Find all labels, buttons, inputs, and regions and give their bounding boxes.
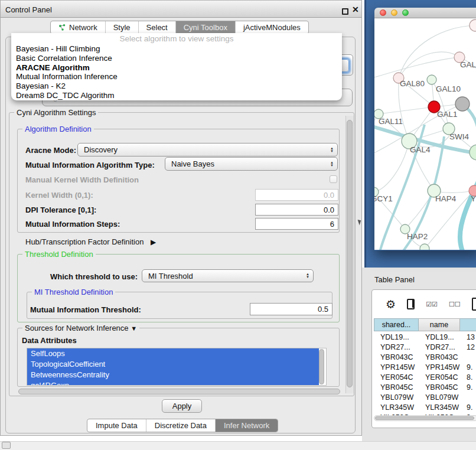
threshold-definition-title: Threshold Definition bbox=[22, 250, 96, 259]
data-attributes-list[interactable]: SelfLoops TopologicalCoefficient Between… bbox=[27, 348, 327, 386]
data-attributes-label: Data Attributes bbox=[22, 336, 77, 345]
cell bbox=[460, 353, 476, 361]
control-panel-titlebar[interactable]: Control Panel ✕ bbox=[1, 0, 361, 18]
cell: 8. bbox=[460, 373, 476, 381]
table-hscrollbar-thumb[interactable] bbox=[375, 416, 474, 420]
gear-icon[interactable]: ⚙ bbox=[386, 299, 396, 310]
attributes-scrollbar-thumb[interactable] bbox=[319, 349, 324, 384]
node-label: GAL80 bbox=[400, 79, 425, 88]
cell: YBR045C bbox=[419, 383, 460, 392]
tab-cyni-toolbox[interactable]: Cyni Toolbox bbox=[176, 21, 236, 34]
close-traffic-icon[interactable] bbox=[380, 9, 386, 16]
network-icon bbox=[58, 24, 66, 31]
mi-threshold-label: Mutual Information Threshold: bbox=[30, 305, 141, 314]
dpi-tolerance-field[interactable]: 0.0 bbox=[255, 204, 338, 216]
algorithm-definition-title: Algorithm Definition bbox=[22, 125, 94, 133]
algorithm-option[interactable]: Bayesian - Hill Climbing bbox=[11, 44, 342, 54]
tab-network[interactable]: Network bbox=[51, 21, 106, 34]
combo-stepper-icon: ▲▼ bbox=[327, 147, 337, 153]
cyni-settings-group-title: Cyni Algorithm Settings bbox=[14, 108, 98, 117]
unchecked-boxes-icon[interactable]: ☐☐ bbox=[449, 301, 461, 308]
node-label: GAL10 bbox=[436, 84, 461, 93]
expand-right-icon: ▶ bbox=[146, 238, 156, 246]
columns-icon[interactable] bbox=[407, 299, 415, 309]
cell: 12 bbox=[460, 343, 476, 351]
sources-title-text: Sources for Network Inference bbox=[25, 324, 129, 332]
column-header-partial[interactable] bbox=[460, 318, 476, 331]
cell: YLR345W bbox=[419, 403, 460, 412]
column-header-name[interactable]: name bbox=[419, 318, 460, 331]
table-row[interactable]: YDR27...YDR27...12 bbox=[374, 343, 476, 351]
control-panel-tabbar: Network Style Select Cyni Toolbox jActiv… bbox=[50, 21, 309, 34]
node-label: HAP4 bbox=[435, 194, 456, 203]
cell: YDL19... bbox=[419, 333, 460, 341]
manual-kernel-label: Manual Kernel Width Definition bbox=[25, 175, 139, 184]
sources-group-title[interactable]: Sources for Network Inference ▼ bbox=[22, 324, 139, 332]
cell: YPR145W bbox=[374, 363, 419, 371]
network-canvas[interactable]: GAL GAL80 GAL10 GAL1 GAL11 SWI4 GAL4 GCY… bbox=[374, 18, 476, 250]
network-view-window[interactable]: GAL GAL80 GAL10 GAL1 GAL11 SWI4 GAL4 GCY… bbox=[374, 8, 476, 250]
apply-button[interactable]: Apply bbox=[162, 399, 202, 413]
checked-boxes-icon[interactable]: ☑☑ bbox=[426, 301, 438, 308]
algorithm-option-selected[interactable]: ARACNE Algorithm bbox=[11, 63, 342, 73]
cell: YER054C bbox=[419, 373, 460, 381]
mi-threshold-field[interactable]: 0.5 bbox=[250, 303, 332, 315]
column-header-shared[interactable]: shared... bbox=[374, 318, 419, 331]
algorithm-option[interactable]: Bayesian - K2 bbox=[11, 81, 342, 91]
table-row[interactable]: YDL19...YDL19...13 bbox=[374, 333, 476, 341]
minimize-traffic-icon[interactable] bbox=[391, 9, 397, 16]
table-row[interactable]: YBR043CYBR043C bbox=[374, 353, 476, 361]
tab-infer-network[interactable]: Infer Network bbox=[216, 419, 278, 432]
bottom-strip bbox=[0, 441, 476, 450]
cell: 13 bbox=[460, 333, 476, 341]
cell: YDR27... bbox=[419, 343, 460, 351]
aracne-mode-value: Discovery bbox=[78, 145, 327, 154]
cell: 9. bbox=[460, 383, 476, 392]
tab-style[interactable]: Style bbox=[106, 21, 139, 34]
algorithm-option[interactable]: Mutual Information Inference bbox=[11, 72, 342, 81]
control-panel-title: Control Panel bbox=[5, 5, 52, 14]
mi-type-value: Naive Bayes bbox=[165, 159, 327, 168]
table-row[interactable]: YLR345WYLR345W9. bbox=[374, 403, 476, 412]
which-threshold-combobox[interactable]: MI Threshold ▲▼ bbox=[142, 269, 314, 282]
mi-type-combobox[interactable]: Naive Bayes ▲▼ bbox=[165, 157, 338, 171]
tab-jactivemnodules[interactable]: jActiveMNodules bbox=[236, 21, 308, 34]
mi-steps-field[interactable]: 6 bbox=[255, 218, 338, 230]
tab-impute-data-label: Impute Data bbox=[96, 421, 138, 430]
aracne-mode-combobox[interactable]: Discovery ▲▼ bbox=[77, 143, 338, 156]
kernel-width-field[interactable]: 0.0 bbox=[255, 189, 338, 201]
attribute-item-selected[interactable]: SelfLoops bbox=[27, 348, 319, 359]
tab-select[interactable]: Select bbox=[139, 21, 176, 34]
tab-infer-network-label: Infer Network bbox=[224, 421, 269, 430]
float-window-icon[interactable] bbox=[342, 8, 348, 15]
manual-kernel-checkbox[interactable] bbox=[330, 175, 337, 183]
tab-style-label: Style bbox=[113, 23, 131, 32]
attribute-item-selected[interactable]: BetweennessCentrality bbox=[27, 370, 319, 380]
cell: YPR145W bbox=[419, 363, 460, 371]
zoom-traffic-icon[interactable] bbox=[402, 9, 409, 16]
tab-discretize-data[interactable]: Discretize Data bbox=[146, 419, 216, 432]
which-threshold-label: Which threshold to use: bbox=[50, 272, 138, 281]
attribute-item-selected[interactable]: TopologicalCoefficient bbox=[27, 359, 319, 370]
table-row[interactable]: YBR045CYBR045C9. bbox=[374, 383, 476, 392]
document-icon[interactable] bbox=[472, 298, 476, 311]
settings-hscrollbar-thumb[interactable] bbox=[18, 389, 340, 394]
algorithm-option[interactable]: Basic Correlation Inference bbox=[11, 54, 342, 63]
collapse-down-icon: ▼ bbox=[131, 325, 137, 332]
tab-cyni-toolbox-label: Cyni Toolbox bbox=[184, 23, 227, 32]
tab-impute-data[interactable]: Impute Data bbox=[87, 419, 146, 432]
cell: YER054C bbox=[374, 373, 419, 381]
hub-definition-toggle[interactable]: Hub/Transcription Factor Definition ▶ bbox=[25, 237, 156, 246]
table-row[interactable]: YPR145WYPR145W9. bbox=[374, 363, 476, 371]
table-row[interactable]: YBL079WYBL079W bbox=[374, 393, 476, 402]
attribute-item-selected[interactable]: gal4RGexp bbox=[27, 380, 319, 386]
algorithm-option[interactable]: Dream8 DC_TDC Algorithm bbox=[11, 91, 342, 100]
close-icon[interactable]: ✕ bbox=[352, 5, 359, 14]
settings-scrollbar-thumb[interactable] bbox=[347, 120, 353, 387]
node-label: Y bbox=[471, 194, 476, 203]
table-hscrollbar[interactable] bbox=[374, 415, 476, 421]
table-row[interactable]: YER054CYER054C8. bbox=[374, 373, 476, 381]
collapsed-panel-icon[interactable] bbox=[2, 442, 11, 449]
cell bbox=[460, 393, 476, 402]
network-window-titlebar[interactable] bbox=[374, 8, 476, 18]
